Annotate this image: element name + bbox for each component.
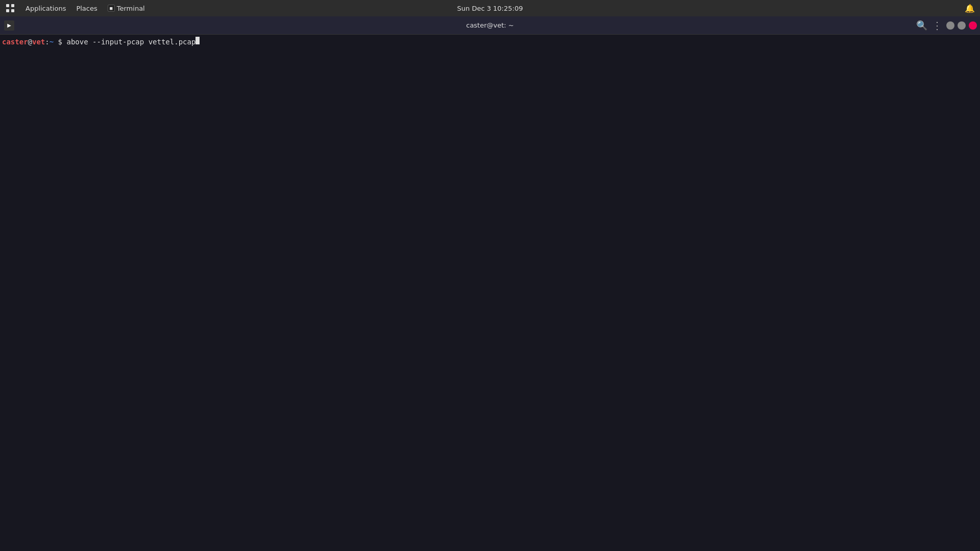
- terminal-titlebar-left: ▶: [0, 20, 17, 31]
- applications-menu[interactable]: Applications: [20, 0, 71, 16]
- terminal-minimize-button[interactable]: [946, 21, 954, 30]
- terminal-title: caster@vet: ~: [466, 21, 514, 29]
- apps-grid-icon[interactable]: [0, 0, 20, 16]
- prompt-tilde: ~: [50, 37, 54, 47]
- svg-rect-2: [6, 9, 9, 12]
- system-bar-left: Applications Places ■ Terminal: [0, 0, 150, 16]
- prompt-host: vet: [32, 37, 45, 47]
- prompt-at: @: [28, 37, 32, 47]
- command-text: above --input-pcap vettel.pcap: [66, 37, 195, 47]
- terminal-close-button[interactable]: [969, 21, 977, 30]
- terminal-prompt-line: caster@vet:~ $ above --input-pcap vettel…: [0, 37, 980, 47]
- svg-rect-0: [6, 4, 9, 7]
- prompt-user: caster: [2, 37, 28, 47]
- prompt-colon: :: [45, 37, 49, 47]
- terminal-titlebar: ▶ caster@vet: ~ 🔍 ⋮: [0, 16, 980, 35]
- prompt-dollar: $: [54, 37, 66, 47]
- terminal-content[interactable]: caster@vet:~ $ above --input-pcap vettel…: [0, 35, 980, 551]
- svg-rect-3: [11, 9, 14, 12]
- terminal-maximize-button[interactable]: [958, 21, 966, 30]
- terminal-menu[interactable]: ■ Terminal: [103, 0, 150, 16]
- terminal-app-icon: ▶: [4, 20, 14, 31]
- system-bar: Applications Places ■ Terminal Sun Dec 3…: [0, 0, 980, 16]
- notification-bell-icon[interactable]: 🔔: [964, 2, 976, 14]
- terminal-search-button[interactable]: 🔍: [916, 19, 928, 32]
- terminal-menu-button[interactable]: ⋮: [931, 19, 943, 32]
- terminal-window-controls: 🔍 ⋮: [916, 19, 980, 32]
- system-bar-datetime: Sun Dec 3 10:25:09: [457, 5, 523, 12]
- terminal-window: ▶ caster@vet: ~ 🔍 ⋮ caster@vet:~ $ above…: [0, 16, 980, 551]
- svg-rect-1: [11, 4, 14, 7]
- places-menu[interactable]: Places: [71, 0, 102, 16]
- system-bar-right: 🔔: [964, 2, 980, 14]
- terminal-cursor: [195, 37, 200, 44]
